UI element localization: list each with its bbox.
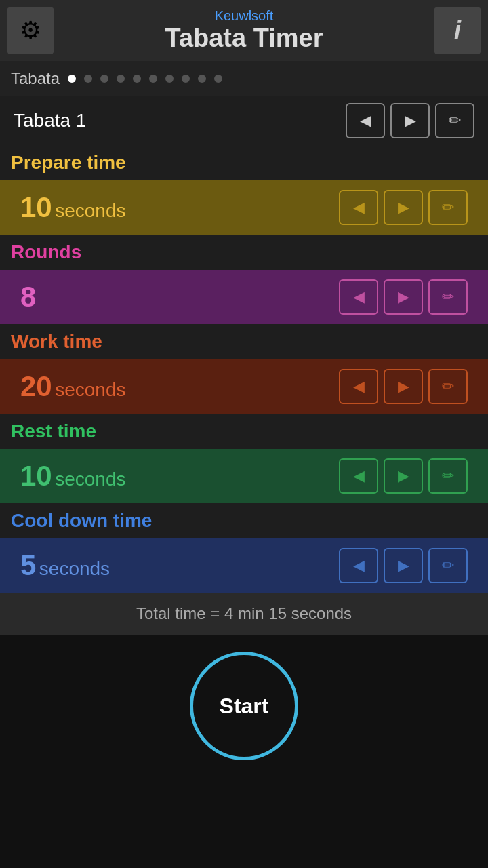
cool-down-time-label: Cool down time (0, 503, 488, 538)
rounds-next-button[interactable] (384, 279, 423, 315)
total-time-text: Total time = 4 min 15 seconds (136, 604, 352, 623)
next-icon (398, 557, 409, 574)
cool-down-time-value: 5 seconds (20, 549, 110, 582)
work-time-edit-button[interactable] (428, 369, 468, 404)
rounds-label: Rounds (0, 235, 488, 270)
brand-label: Keuwlsoft (54, 8, 434, 24)
header: ⚙ Keuwlsoft Tabata Timer i (0, 0, 488, 61)
tab-dot-6[interactable] (149, 75, 157, 83)
prev-icon (353, 557, 365, 574)
app-name-label: Tabata Timer (54, 24, 434, 53)
prepare-time-unit: seconds (55, 200, 125, 221)
next-icon (398, 378, 409, 395)
rest-time-next-button[interactable] (384, 458, 423, 494)
rounds-edit-button[interactable] (428, 279, 468, 315)
edit-icon (442, 199, 454, 216)
workout-next-button[interactable] (390, 103, 430, 138)
edit-icon (442, 288, 454, 306)
cool-down-time-next-button[interactable] (384, 548, 423, 583)
rounds-value-display: 8 (20, 281, 36, 313)
tab-dot-3[interactable] (100, 75, 108, 83)
prepare-time-controls (339, 190, 468, 225)
rest-time-prev-button[interactable] (339, 458, 378, 494)
tab-dot-4[interactable] (117, 75, 125, 83)
edit-icon (442, 378, 454, 395)
workout-controls (346, 103, 474, 138)
work-time-controls (339, 369, 468, 404)
gear-icon: ⚙ (20, 16, 41, 45)
rounds-row: 8 (0, 270, 488, 324)
next-icon (398, 288, 409, 306)
work-time-number: 20 (20, 370, 52, 402)
workout-row: Tabata 1 (0, 96, 488, 145)
workout-name: Tabata 1 (14, 110, 86, 132)
tab-dot-5[interactable] (133, 75, 141, 83)
info-button[interactable]: i (434, 7, 481, 54)
prepare-time-row: 10 seconds (0, 180, 488, 235)
prepare-time-edit-button[interactable] (428, 190, 468, 225)
tab-dot-9[interactable] (198, 75, 206, 83)
next-icon (398, 199, 409, 216)
cool-down-time-unit: seconds (39, 558, 110, 579)
next-icon (405, 112, 416, 130)
tab-bar: Tabata (0, 61, 488, 96)
rest-time-value: 10 seconds (20, 460, 125, 492)
rounds-number: 8 (20, 281, 36, 313)
cool-down-time-controls (339, 548, 468, 583)
start-button[interactable]: Start (190, 652, 298, 760)
rest-time-label: Rest time (0, 414, 488, 449)
edit-icon (442, 557, 454, 574)
work-time-next-button[interactable] (384, 369, 423, 404)
header-title: Keuwlsoft Tabata Timer (54, 8, 434, 53)
cool-down-time-prev-button[interactable] (339, 548, 378, 583)
rest-time-controls (339, 458, 468, 494)
rest-time-unit: seconds (55, 469, 125, 490)
work-time-label: Work time (0, 324, 488, 359)
prev-icon (360, 112, 371, 130)
tab-dot-7[interactable] (165, 75, 174, 83)
edit-icon (449, 112, 461, 130)
prev-icon (353, 378, 365, 395)
tab-dot-8[interactable] (182, 75, 190, 83)
prev-icon (353, 288, 365, 306)
workout-prev-button[interactable] (346, 103, 385, 138)
rest-time-edit-button[interactable] (428, 458, 468, 494)
cool-down-time-number: 5 (20, 549, 36, 581)
tab-label: Tabata (11, 69, 60, 88)
start-label: Start (220, 694, 269, 719)
start-area: Start (0, 635, 488, 777)
workout-edit-button[interactable] (435, 103, 474, 138)
work-time-row: 20 seconds (0, 359, 488, 414)
prev-icon (353, 467, 365, 485)
rounds-prev-button[interactable] (339, 279, 378, 315)
work-time-prev-button[interactable] (339, 369, 378, 404)
tab-dot-10[interactable] (214, 75, 222, 83)
rest-time-number: 10 (20, 460, 52, 492)
prepare-time-next-button[interactable] (384, 190, 423, 225)
prepare-time-value: 10 seconds (20, 191, 125, 224)
prepare-time-prev-button[interactable] (339, 190, 378, 225)
settings-button[interactable]: ⚙ (7, 7, 54, 54)
next-icon (398, 467, 409, 485)
cool-down-time-row: 5 seconds (0, 538, 488, 593)
total-time: Total time = 4 min 15 seconds (0, 593, 488, 635)
info-icon: i (454, 16, 461, 45)
prev-icon (353, 199, 365, 216)
tab-dot-1[interactable] (68, 75, 76, 83)
prepare-time-number: 10 (20, 191, 52, 223)
cool-down-time-edit-button[interactable] (428, 548, 468, 583)
rest-time-row: 10 seconds (0, 449, 488, 503)
tab-dot-2[interactable] (84, 75, 92, 83)
work-time-value: 20 seconds (20, 370, 125, 403)
edit-icon (442, 467, 454, 485)
work-time-unit: seconds (55, 379, 125, 400)
rounds-controls (339, 279, 468, 315)
prepare-time-label: Prepare time (0, 145, 488, 180)
